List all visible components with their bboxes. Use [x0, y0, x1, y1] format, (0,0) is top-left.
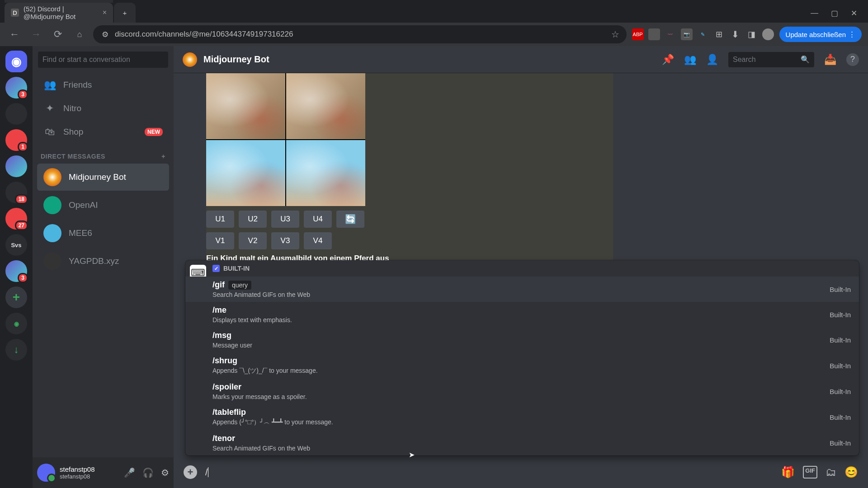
dm-conversation[interactable]: Midjourney Bot — [37, 164, 169, 191]
bookmark-star-icon[interactable]: ☆ — [611, 29, 619, 40]
command-source-tag: Built-In — [830, 439, 851, 447]
extension-icon[interactable]: ✎ — [697, 28, 709, 40]
maximize-icon[interactable]: ▢ — [831, 9, 838, 18]
profile-avatar[interactable] — [762, 28, 774, 40]
server-icon[interactable]: 1 — [5, 129, 27, 151]
forward-button[interactable]: → — [28, 26, 44, 42]
autocomplete-item[interactable]: /shrugAppends ¯\_(ツ)_/¯ to your message.… — [185, 352, 859, 379]
server-icon[interactable]: ◉ — [5, 51, 27, 72]
server-icon[interactable]: 3 — [5, 77, 27, 99]
autocomplete-item[interactable]: /gif querySearch Animated GIFs on the We… — [185, 277, 859, 302]
dm-conversation[interactable]: YAGPDB.xyz — [37, 248, 169, 275]
extension-icon[interactable] — [648, 28, 660, 40]
server-icon[interactable] — [5, 155, 27, 177]
image-variant-3[interactable] — [206, 140, 285, 206]
reroll-button[interactable]: 🔄 — [336, 211, 364, 228]
home-button[interactable]: ⌂ — [71, 26, 88, 42]
add-friends-icon[interactable]: 👥 — [684, 54, 696, 66]
extension-icon[interactable]: 〰 — [665, 28, 676, 40]
site-settings-icon[interactable]: ⚙ — [100, 30, 109, 39]
variation-button[interactable]: V1 — [206, 232, 234, 249]
gift-icon[interactable]: 🎁 — [781, 466, 795, 479]
dm-avatar — [43, 196, 61, 214]
gif-picker-icon[interactable]: GIF — [803, 466, 817, 479]
server-icon[interactable]: ↓ — [5, 339, 27, 361]
autocomplete-item[interactable]: /meDisplays text with emphasis.Built-In — [185, 302, 859, 327]
add-dm-icon[interactable]: + — [161, 153, 165, 160]
browser-tab[interactable]: D(52) Discord | @Midjourney Bot× — [5, 3, 113, 23]
tab-close-icon[interactable]: × — [103, 9, 107, 17]
close-icon[interactable]: ✕ — [851, 9, 857, 18]
autocomplete-item[interactable]: /spoilerMarks your message as a spoiler.… — [185, 379, 859, 404]
search-placeholder: Search — [733, 56, 756, 64]
command-description: Search Animated GIFs on the Web — [212, 291, 852, 298]
pinned-messages-icon[interactable]: 📌 — [662, 54, 674, 66]
dm-conversation[interactable]: OpenAI — [37, 192, 169, 219]
address-bar[interactable]: ⚙ discord.com/channels/@me/1063443749197… — [93, 25, 627, 43]
browser-tab-strip: AMy Images×MMidjourney Feed×MMidjourney … — [0, 0, 868, 23]
autocomplete-item[interactable]: /msgMessage userBuilt-In — [185, 327, 859, 352]
user-profile-icon[interactable]: 👤 — [706, 54, 718, 66]
server-icon[interactable]: Svs — [5, 234, 27, 256]
dm-name: YAGPDB.xyz — [69, 256, 119, 266]
inbox-icon[interactable]: 📥 — [824, 54, 836, 66]
command-description: Appends ¯\_(ツ)_/¯ to your message. — [212, 367, 852, 375]
downloads-icon[interactable]: ⬇ — [730, 28, 741, 40]
upscale-button[interactable]: U1 — [206, 211, 234, 228]
variation-button[interactable]: V3 — [271, 232, 299, 249]
update-button[interactable]: Update abschließen ⋮ — [779, 27, 862, 42]
sidebar-item-friends[interactable]: 👥 Friends — [37, 74, 169, 96]
command-source-tag: Built-In — [830, 286, 851, 293]
dm-search-input[interactable]: Find or start a conversation — [38, 52, 168, 68]
upscale-button[interactable]: U4 — [304, 211, 332, 228]
sidebar-item-shop[interactable]: 🛍 Shop NEW — [37, 121, 169, 143]
server-icon[interactable] — [5, 103, 27, 125]
notification-badge: 1 — [18, 142, 28, 152]
back-button[interactable]: ← — [6, 26, 23, 42]
upscale-button[interactable]: U3 — [271, 211, 299, 228]
server-icon[interactable]: 18 — [5, 182, 27, 203]
user-settings-icon[interactable]: ⚙ — [161, 467, 169, 478]
add-server-button[interactable]: + — [5, 286, 27, 308]
autocomplete-item[interactable]: /tableflipAppends (╯°□°）╯︵ ┻━┻ to your m… — [185, 404, 859, 430]
message-input[interactable]: / — [205, 467, 773, 478]
generated-image-grid[interactable] — [206, 73, 365, 206]
image-variant-2[interactable] — [286, 73, 365, 139]
server-icon[interactable]: 3 — [5, 260, 27, 282]
sidebar-item-nitro[interactable]: ✦ Nitro — [37, 98, 169, 119]
channel-search-input[interactable]: Search 🔍 — [728, 52, 814, 67]
attach-button[interactable]: + — [184, 465, 197, 479]
image-variant-4[interactable] — [286, 140, 365, 206]
image-variant-1[interactable] — [206, 73, 285, 139]
nitro-icon: ✦ — [43, 102, 56, 115]
browser-toolbar: ← → ⟳ ⌂ ⚙ discord.com/channels/@me/10634… — [0, 23, 868, 46]
user-tag: stefanstp08 — [60, 473, 95, 480]
dm-conversation[interactable]: MEE6 — [37, 220, 169, 247]
extension-icon[interactable]: 📷 — [681, 28, 693, 40]
minimize-icon[interactable]: — — [811, 9, 818, 18]
message-input-value: / — [205, 467, 208, 477]
command-name: /tenor — [212, 434, 852, 443]
sticker-icon[interactable]: 🗂 — [826, 466, 836, 479]
user-display-name: stefanstp08 — [60, 465, 95, 473]
variation-button[interactable]: V4 — [304, 232, 332, 249]
user-avatar[interactable] — [37, 464, 55, 482]
extensions-icon[interactable]: ⊞ — [713, 28, 725, 40]
help-icon[interactable]: ? — [846, 53, 859, 66]
server-icon[interactable]: ◉ — [5, 313, 27, 334]
mute-mic-icon[interactable]: 🎤 — [124, 467, 135, 478]
channel-title: Midjourney Bot — [203, 54, 269, 65]
variation-button[interactable]: V2 — [239, 232, 267, 249]
deafen-icon[interactable]: 🎧 — [142, 467, 154, 478]
emoji-icon[interactable]: 😊 — [844, 466, 858, 479]
command-description: Search Animated GIFs on the Web — [212, 445, 852, 452]
reload-button[interactable]: ⟳ — [50, 26, 66, 42]
new-tab-button[interactable]: + — [114, 3, 136, 23]
dm-avatar — [43, 224, 61, 242]
sidepanel-icon[interactable]: ◨ — [746, 28, 758, 40]
channel-header: Midjourney Bot 📌 👥 👤 Search 🔍 📥 ? — [174, 46, 868, 73]
extension-icon[interactable]: ABP — [632, 28, 644, 40]
autocomplete-item[interactable]: /tenorSearch Animated GIFs on the WebBui… — [185, 430, 859, 455]
server-icon[interactable]: 27 — [5, 208, 27, 230]
upscale-button[interactable]: U2 — [239, 211, 267, 228]
